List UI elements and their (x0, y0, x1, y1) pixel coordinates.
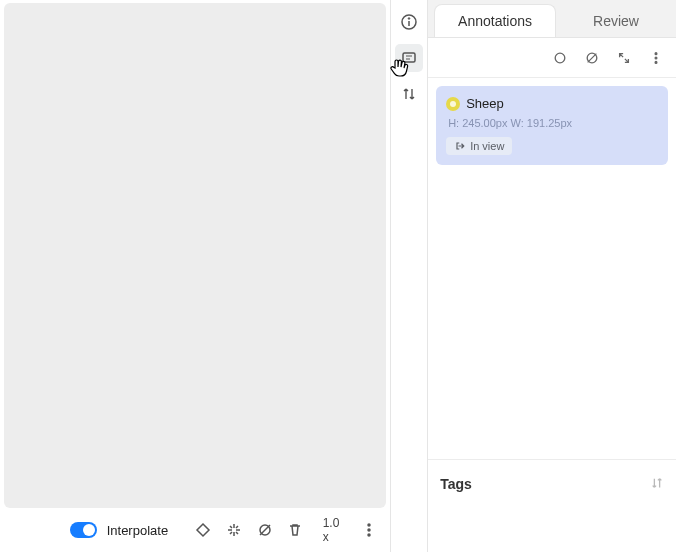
svg-point-7 (555, 53, 565, 63)
diamond-icon (195, 522, 211, 538)
more-vertical-icon (361, 522, 377, 538)
sparkle-tool-button[interactable] (221, 516, 248, 544)
circle-icon (553, 51, 567, 65)
bottom-toolbar: Interpolate 1.0 x (0, 508, 390, 552)
interpolate-toggle[interactable] (70, 522, 97, 538)
expand-button[interactable] (612, 46, 636, 70)
svg-point-3 (368, 534, 370, 536)
in-view-chip[interactable]: In view (446, 137, 512, 155)
side-panel: Annotations Review Sheep H: 245.00px W: … (428, 0, 676, 552)
empty-set-icon (585, 51, 599, 65)
empty-set-icon (257, 522, 273, 538)
swap-vertical-icon (401, 86, 417, 102)
expand-icon (617, 51, 631, 65)
tags-header[interactable]: Tags (428, 460, 676, 508)
vertical-toolbar (390, 0, 428, 552)
annotation-header: Sheep (446, 96, 656, 111)
tags-body (428, 508, 676, 552)
tags-title: Tags (440, 476, 472, 492)
info-button[interactable] (395, 8, 423, 36)
canvas-pane: Interpolate 1.0 x (0, 0, 390, 552)
annotate-tool-button[interactable] (395, 44, 423, 72)
image-canvas[interactable] (4, 3, 386, 508)
trash-icon (287, 522, 303, 538)
rectangle-select-icon (400, 49, 418, 67)
tags-sort-button[interactable] (650, 476, 664, 493)
annotation-dimensions: H: 245.00px W: 191.25px (448, 117, 656, 129)
empty-set-button[interactable] (251, 516, 278, 544)
panel-tabs: Annotations Review (428, 0, 676, 38)
annotation-more-button[interactable] (644, 46, 668, 70)
annotation-list: Sheep H: 245.00px W: 191.25px In view (428, 78, 676, 460)
diamond-tool-button[interactable] (190, 516, 217, 544)
in-view-chip-label: In view (470, 140, 504, 152)
svg-point-2 (368, 529, 370, 531)
annotation-color-dot (446, 97, 460, 111)
tab-annotations[interactable]: Annotations (434, 4, 556, 37)
annotation-name: Sheep (466, 96, 504, 111)
sparkle-icon (226, 522, 242, 538)
annotation-toolbar (428, 38, 676, 78)
svg-point-1 (368, 524, 370, 526)
delete-button[interactable] (282, 516, 309, 544)
interpolate-label: Interpolate (107, 523, 168, 538)
info-icon (400, 13, 418, 31)
enter-icon (454, 140, 466, 152)
svg-rect-6 (403, 53, 415, 62)
clear-button[interactable] (580, 46, 604, 70)
zoom-level: 1.0 x (323, 516, 348, 544)
more-vertical-icon (649, 51, 663, 65)
tab-review[interactable]: Review (556, 4, 676, 37)
svg-point-5 (408, 18, 410, 20)
svg-point-10 (655, 57, 657, 59)
sort-icon (650, 476, 664, 490)
annotation-card[interactable]: Sheep H: 245.00px W: 191.25px In view (436, 86, 668, 165)
more-menu-button[interactable] (355, 516, 382, 544)
swap-button[interactable] (395, 80, 423, 108)
svg-point-9 (655, 52, 657, 54)
circle-button[interactable] (548, 46, 572, 70)
svg-point-11 (655, 61, 657, 63)
